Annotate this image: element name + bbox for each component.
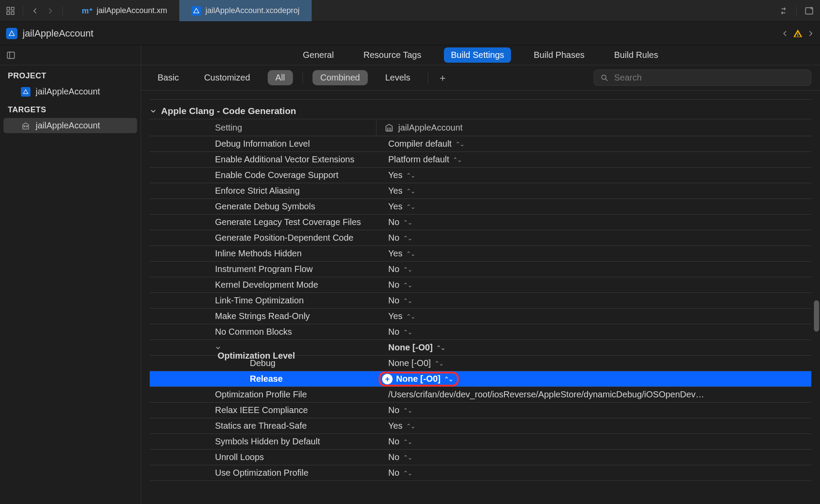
setting-row[interactable]: Use Optimization ProfileNo⌃⌄ <box>150 465 811 481</box>
separator <box>428 72 428 84</box>
setting-value: Yes <box>388 249 403 259</box>
setting-value-cell[interactable]: No⌃⌄ <box>376 452 811 462</box>
setting-row[interactable]: Generate Legacy Test Coverage FilesNo⌃⌄ <box>150 215 811 230</box>
chevron-down-icon[interactable] <box>215 345 376 351</box>
tab-label: jailAppleAccount.xcodeproj <box>205 6 299 15</box>
updown-icon: ⌃⌄ <box>403 219 412 226</box>
swap-arrows-icon[interactable] <box>779 6 788 16</box>
setting-value-cell[interactable]: None [-O0] ⌃⌄ <box>376 358 811 368</box>
section-header[interactable]: Apple Clang - Code Generation <box>150 100 811 119</box>
issue-prev-icon[interactable] <box>782 30 789 37</box>
setting-value-cell[interactable]: Yes⌃⌄ <box>376 202 811 212</box>
filter-combined[interactable]: Combined <box>313 70 368 85</box>
add-editor-icon[interactable] <box>804 6 814 16</box>
search-field[interactable] <box>594 70 811 86</box>
setting-row-optimization-debug[interactable]: Debug None [-O0] ⌃⌄ <box>150 356 811 371</box>
setting-row[interactable]: Inline Methods HiddenYes⌃⌄ <box>150 246 811 262</box>
setting-value-cell[interactable]: No⌃⌄ <box>376 405 811 415</box>
setting-row[interactable]: Make Strings Read-OnlyYes⌃⌄ <box>150 309 811 324</box>
setting-row[interactable]: Generate Position-Dependent CodeNo⌃⌄ <box>150 230 811 246</box>
tab-file-xm[interactable]: m⁺ jailAppleAccount.xm <box>71 0 179 21</box>
setting-row[interactable]: Unroll LoopsNo⌃⌄ <box>150 450 811 465</box>
setting-value-cell[interactable]: No⌃⌄ <box>376 264 811 274</box>
toggle-sidebar-icon[interactable] <box>6 50 16 60</box>
filter-levels[interactable]: Levels <box>377 70 418 85</box>
setting-value-cell[interactable]: Yes⌃⌄ <box>376 421 811 431</box>
setting-value-cell[interactable]: Yes⌃⌄ <box>376 311 811 321</box>
setting-value: Yes <box>388 311 403 321</box>
updown-icon: ⌃⌄ <box>403 297 412 304</box>
setting-row[interactable]: Enable Code Coverage SupportYes⌃⌄ <box>150 168 811 183</box>
setting-value: Compiler default <box>388 139 452 149</box>
setting-value-cell[interactable]: Compiler default⌃⌄ <box>376 139 811 149</box>
filter-customized[interactable]: Customized <box>196 70 258 85</box>
setting-value: No <box>388 233 400 243</box>
search-input[interactable] <box>614 73 805 83</box>
sidebar-item-target[interactable]: jailAppleAccount <box>3 118 137 133</box>
setting-value-cell[interactable]: Platform default⌃⌄ <box>376 155 811 165</box>
nav-forward-icon[interactable] <box>44 5 56 17</box>
svg-rect-9 <box>24 126 25 127</box>
setting-value-cell[interactable]: No⌃⌄ <box>376 327 811 337</box>
setting-value-cell[interactable]: No⌃⌄ <box>376 468 811 478</box>
tab-file-xcodeproj[interactable]: jailAppleAccount.xcodeproj <box>179 0 312 21</box>
chevron-down-icon <box>150 108 157 114</box>
setting-label: Generate Debug Symbols <box>215 202 315 211</box>
issue-next-icon[interactable] <box>807 30 814 37</box>
panels-grid-icon[interactable] <box>4 5 17 17</box>
setting-value-cell[interactable]: No⌃⌄ <box>376 296 811 306</box>
setting-label: Statics are Thread-Safe <box>215 421 307 430</box>
tab-build-settings[interactable]: Build Settings <box>444 47 511 63</box>
setting-value-cell[interactable]: /Users/crifan/dev/dev_root/iosReverse/Ap… <box>376 390 811 400</box>
updown-icon: ⌃⌄ <box>406 313 415 320</box>
updown-icon: ⌃⌄ <box>403 407 412 414</box>
setting-value-cell[interactable]: None [-O0] ⌃⌄ <box>376 343 811 353</box>
setting-row[interactable]: Enforce Strict AliasingYes⌃⌄ <box>150 183 811 199</box>
setting-label: Enable Code Coverage Support <box>215 170 339 180</box>
highlighted-value-pill[interactable]: + None [-O0] ⌃⌄ <box>379 372 459 386</box>
setting-value: No <box>388 264 400 274</box>
setting-value-cell[interactable]: No⌃⌄ <box>376 280 811 290</box>
warning-icon[interactable] <box>793 29 803 38</box>
setting-value-cell[interactable]: Yes⌃⌄ <box>376 170 811 180</box>
setting-value-cell[interactable]: No⌃⌄ <box>376 217 811 227</box>
scrollbar-thumb[interactable] <box>814 300 819 332</box>
setting-value-cell[interactable]: No⌃⌄ <box>376 233 811 243</box>
sidebar-header-targets: TARGETS <box>0 99 141 118</box>
svg-rect-2 <box>7 11 10 14</box>
setting-value-cell[interactable]: Yes⌃⌄ <box>376 249 811 259</box>
setting-value-cell[interactable]: Yes⌃⌄ <box>376 186 811 196</box>
tab-resource-tags[interactable]: Resource Tags <box>356 47 428 63</box>
setting-row[interactable]: Debug Information LevelCompiler default⌃… <box>150 136 811 152</box>
filter-basic[interactable]: Basic <box>150 70 187 85</box>
sidebar-item-project[interactable]: jailAppleAccount <box>3 84 137 99</box>
nav-back-icon[interactable] <box>29 5 41 17</box>
tab-build-phases[interactable]: Build Phases <box>527 47 591 63</box>
project-icon <box>6 28 17 39</box>
setting-row[interactable]: Kernel Development ModeNo⌃⌄ <box>150 277 811 293</box>
setting-value: No <box>388 327 400 337</box>
setting-row-optimization-level[interactable]: Optimization Level None [-O0] ⌃⌄ <box>150 340 811 356</box>
setting-row-optimization-release[interactable]: Release + None [-O0] ⌃⌄ <box>150 371 811 387</box>
setting-label: Relax IEEE Compliance <box>215 405 308 415</box>
column-header-target: jailAppleAccount <box>398 123 463 133</box>
updown-icon: ⌃⌄ <box>444 376 453 383</box>
add-setting-button[interactable]: ＋ <box>438 71 447 84</box>
setting-row[interactable]: Relax IEEE ComplianceNo⌃⌄ <box>150 403 811 418</box>
setting-row[interactable]: Generate Debug SymbolsYes⌃⌄ <box>150 199 811 215</box>
setting-row[interactable]: Link-Time OptimizationNo⌃⌄ <box>150 293 811 309</box>
setting-value-cell[interactable]: No⌃⌄ <box>376 437 811 447</box>
setting-value: /Users/crifan/dev/dev_root/iosReverse/Ap… <box>388 390 704 400</box>
setting-row[interactable]: Symbols Hidden by DefaultNo⌃⌄ <box>150 434 811 450</box>
setting-row[interactable]: Instrument Program FlowNo⌃⌄ <box>150 262 811 277</box>
setting-label: Unroll Loops <box>215 452 264 462</box>
setting-row[interactable]: Statics are Thread-SafeYes⌃⌄ <box>150 418 811 434</box>
tab-general[interactable]: General <box>296 47 341 63</box>
sidebar-item-label: jailAppleAccount <box>36 121 100 131</box>
setting-label: Debug Information Level <box>215 139 310 148</box>
setting-row[interactable]: Optimization Profile File/Users/crifan/d… <box>150 387 811 403</box>
setting-row[interactable]: Enable Additional Vector ExtensionsPlatf… <box>150 152 811 168</box>
svg-line-12 <box>605 79 608 81</box>
filter-all[interactable]: All <box>268 70 293 85</box>
tab-build-rules[interactable]: Build Rules <box>607 47 665 63</box>
